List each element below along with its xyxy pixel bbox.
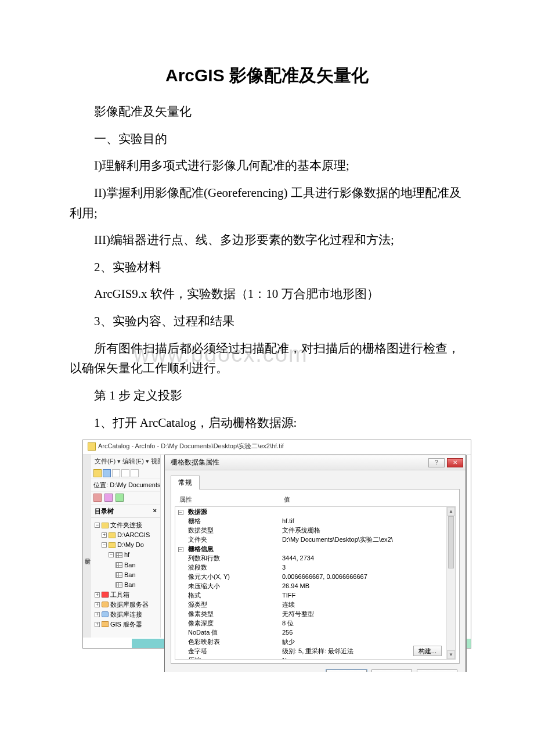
prop-label: 文件夹 <box>186 535 280 544</box>
toolbox-icon <box>102 592 109 597</box>
prop-value: 文件系统栅格 <box>280 526 446 535</box>
prop-label: 未压缩大小 <box>186 582 280 591</box>
gis-server-icon <box>102 621 109 627</box>
prop-label: 色彩映射表 <box>186 638 280 646</box>
prop-label: 波段数 <box>186 563 280 572</box>
toolbar-1[interactable] <box>91 468 160 479</box>
menu-bar[interactable]: 文件(F) ▾ 编辑(E) ▾ 视图 <box>91 455 160 468</box>
prop-label: 数据类型 <box>186 526 280 535</box>
catalog-tree[interactable]: −文件夹连接 +D:\ARCGIS −D:\My Do −hf Ban Ban … <box>91 518 160 632</box>
prop-label: 列数和行数 <box>186 554 280 563</box>
connect-icon[interactable] <box>103 469 111 477</box>
app-title: ArcCatalog - ArcInfo - D:\My Documents\D… <box>98 442 284 451</box>
collapse-icon[interactable]: − <box>178 547 183 552</box>
dialog-titlebar[interactable]: 栅格数据集属性 ? ✕ <box>165 455 466 470</box>
tree-root[interactable]: 文件夹连接 <box>110 520 142 530</box>
prop-label: NoData 值 <box>186 628 280 637</box>
properties-dialog: 栅格数据集属性 ? ✕ 常规 属性 值 <box>164 455 466 672</box>
prop-value: 缺少 <box>280 638 446 646</box>
collapse-icon[interactable]: − <box>95 523 100 528</box>
prop-label: 格式 <box>186 591 280 600</box>
tree-close-icon[interactable]: × <box>153 507 157 516</box>
band-icon <box>116 572 122 578</box>
tab-general[interactable]: 常规 <box>171 476 200 489</box>
scroll-thumb[interactable] <box>448 516 454 568</box>
tree-band[interactable]: Ban <box>124 570 136 580</box>
prop-value: 0.0066666667, 0.0066666667 <box>280 573 446 580</box>
tree-item[interactable]: D:\My Do <box>117 540 144 550</box>
collapse-icon[interactable]: − <box>102 542 107 548</box>
copy-icon[interactable] <box>112 469 120 477</box>
tree-item-hf[interactable]: hf <box>124 550 129 560</box>
paste-icon[interactable] <box>121 469 129 477</box>
prop-value: TIFF <box>280 592 446 599</box>
para-11: 1、打开 ArcCatalog，启动栅格数据源: <box>70 413 464 433</box>
db-conn-icon <box>102 611 109 617</box>
prop-value: 256 <box>280 629 446 636</box>
build-button[interactable]: 构建... <box>413 646 442 656</box>
tree-gisserver[interactable]: GIS 服务器 <box>110 620 142 629</box>
tree-dbserver[interactable]: 数据库服务器 <box>110 600 149 610</box>
doc-title: ArcGIS 影像配准及矢量化 <box>70 64 464 88</box>
expand-icon[interactable]: + <box>95 622 100 627</box>
ok-button[interactable]: 确定 <box>326 669 367 672</box>
location-label: 位置: <box>93 481 108 488</box>
raster-icon <box>116 552 122 558</box>
prop-value: 无符号整型 <box>280 610 446 618</box>
list-icon[interactable] <box>104 494 113 502</box>
view-toolbar[interactable] <box>91 492 160 505</box>
col-attr: 属性 <box>179 495 284 504</box>
expand-icon[interactable]: + <box>102 532 107 538</box>
expand-icon[interactable]: + <box>95 602 100 607</box>
delete-icon[interactable] <box>131 469 139 477</box>
band-icon <box>116 562 122 568</box>
details-icon[interactable] <box>116 494 124 502</box>
scroll-up-icon[interactable]: ▲ <box>447 507 455 516</box>
cancel-button[interactable]: 取消 <box>371 669 412 672</box>
left-pane: 文件(F) ▾ 编辑(E) ▾ 视图 位置: D:\My Documents\ <box>91 455 161 638</box>
app-titlebar: ArcCatalog - ArcInfo - D:\My Documents\D… <box>83 440 471 455</box>
para-3: I)理解利用多项式进行影像几何配准的基本原理; <box>70 156 464 176</box>
tree-header-label: 目录树 <box>95 507 114 516</box>
folder-icon <box>109 532 116 538</box>
expand-icon[interactable]: + <box>95 592 100 597</box>
tree-toolbox[interactable]: 工具箱 <box>110 590 129 600</box>
property-grid[interactable]: −数据源 栅格hf.tif 数据类型文件系统栅格 文件夹D:\My Docume… <box>175 506 456 660</box>
thumbnail-icon[interactable] <box>93 494 102 502</box>
up-folder-icon[interactable] <box>93 469 102 477</box>
apply-button[interactable]: 应用(A) <box>417 669 457 672</box>
para-1: 影像配准及矢量化 <box>70 102 464 122</box>
tree-band[interactable]: Ban <box>124 580 136 590</box>
para-4: II)掌握利用影像配准(Georeferencing) 工具进行影像数据的地理配… <box>70 183 464 223</box>
prop-label: 源类型 <box>186 600 280 609</box>
arccatalog-icon <box>88 442 96 451</box>
vertical-tab-strip[interactable]: 目录树 <box>83 455 91 638</box>
prop-label: 压缩 <box>186 656 280 660</box>
tree-band[interactable]: Ban <box>124 560 136 570</box>
collapse-icon[interactable]: − <box>178 510 183 515</box>
db-server-icon <box>102 602 109 607</box>
col-val: 值 <box>284 495 290 504</box>
close-button[interactable]: ✕ <box>447 458 463 467</box>
prop-label: 栅格 <box>186 517 280 525</box>
help-button[interactable]: ? <box>428 458 445 467</box>
tree-item[interactable]: D:\ARCGIS <box>117 530 150 540</box>
para-9: 所有图件扫描后都必须经过扫描配准，对扫描后的栅格图进行检查，以确保矢量化工作顺利… <box>70 339 464 379</box>
tab-pane-general: 属性 值 −数据源 栅格hf.tif 数据类型文件系统栅格 文件夹D:\My D… <box>171 489 460 664</box>
location-bar[interactable]: 位置: D:\My Documents\ <box>91 479 160 492</box>
prop-label: 金字塔 <box>186 647 280 656</box>
scroll-down-icon[interactable]: ▼ <box>447 650 455 659</box>
tree-dbconn[interactable]: 数据库连接 <box>110 610 142 620</box>
prop-label: 像素类型 <box>186 610 280 618</box>
para-2: 一、实验目的 <box>70 129 464 149</box>
scrollbar[interactable]: ▲ ▼ <box>446 507 455 659</box>
prop-value: 8 位 <box>280 619 446 628</box>
expand-icon[interactable]: + <box>95 612 100 617</box>
tree-header: 目录树 × <box>91 505 160 518</box>
collapse-icon[interactable]: − <box>109 552 114 557</box>
prop-label: 像素深度 <box>186 619 280 628</box>
folder-icon <box>109 542 116 548</box>
prop-value: None <box>280 657 446 660</box>
prop-value: 连续 <box>280 600 446 609</box>
para-5: III)编辑器进行点、线、多边形要素的数字化过程和方法; <box>70 230 464 250</box>
